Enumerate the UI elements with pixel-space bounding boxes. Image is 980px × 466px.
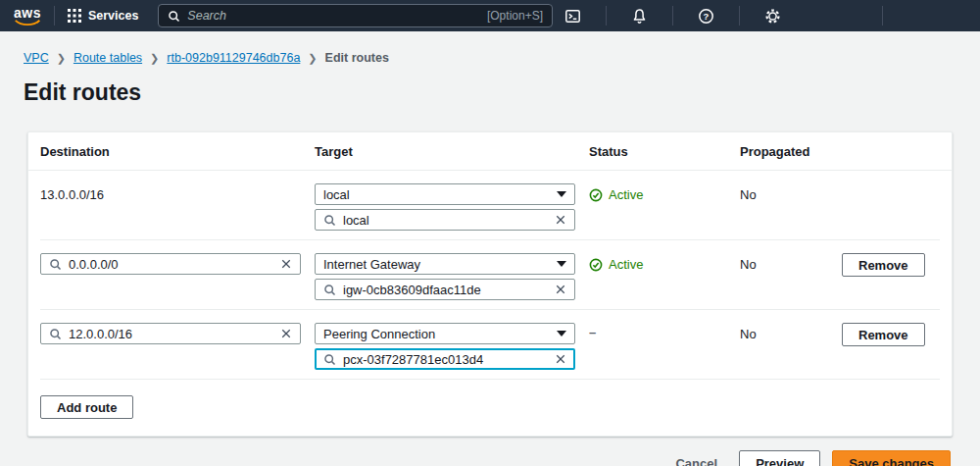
target-value-field[interactable] [315, 209, 575, 231]
remove-route-button[interactable]: Remove [842, 323, 925, 346]
search-icon [323, 353, 336, 366]
propagated-value: No [740, 323, 828, 341]
target-type-selected: Internet Gateway [323, 257, 550, 272]
search-input[interactable] [187, 9, 480, 23]
clear-icon[interactable] [555, 214, 566, 226]
services-menu-button[interactable]: Services [68, 9, 138, 23]
breadcrumb-current: Edit routes [325, 51, 389, 65]
search-icon [323, 214, 336, 227]
chevron-down-icon [557, 331, 566, 337]
save-changes-button[interactable]: Save changes [832, 450, 951, 466]
route-status: – [589, 323, 726, 339]
clear-icon[interactable] [280, 328, 292, 339]
clear-icon[interactable] [555, 353, 566, 365]
edit-routes-card: Destination Target Status Propagated 13.… [27, 131, 953, 437]
search-shortcut-hint: [Option+S] [487, 9, 543, 23]
chevron-right-icon: ❯ [150, 52, 159, 65]
destination-input[interactable] [69, 327, 273, 341]
route-row-local: 13.0.0.0/16 local [40, 171, 940, 240]
aws-logo-text: aws [14, 6, 41, 20]
search-icon [49, 328, 62, 340]
target-value-field[interactable] [315, 279, 575, 300]
target-type-select[interactable]: Internet Gateway [315, 253, 575, 275]
target-value-input[interactable] [343, 283, 548, 297]
topbar-divider [672, 6, 673, 26]
propagated-value: No [740, 253, 828, 272]
target-type-selected: local [323, 187, 550, 202]
target-type-selected: Peering Connection [323, 327, 550, 341]
target-value-input[interactable] [343, 213, 548, 228]
route-status: Active [589, 253, 726, 272]
destination-field[interactable] [40, 253, 301, 275]
cloudshell-icon[interactable] [564, 8, 581, 25]
chevron-down-icon [557, 191, 566, 197]
destination-field[interactable] [40, 323, 301, 344]
topbar-divider [739, 6, 740, 26]
status-active-icon [589, 188, 603, 202]
add-route-button[interactable]: Add route [40, 395, 133, 419]
chevron-right-icon: ❯ [308, 52, 317, 65]
aws-logo[interactable]: aws [14, 6, 41, 26]
chevron-down-icon [557, 261, 566, 267]
breadcrumb-vpc[interactable]: VPC [24, 51, 49, 65]
remove-route-button[interactable]: Remove [842, 253, 925, 277]
column-header-target: Target [315, 144, 575, 159]
global-search[interactable]: [Option+S] [158, 4, 553, 27]
route-status: Active [589, 183, 726, 202]
breadcrumb: VPC ❯ Route tables ❯ rtb-092b91129746db7… [24, 51, 980, 65]
column-header-destination: Destination [40, 144, 301, 159]
topbar-divider [54, 6, 55, 26]
clear-icon[interactable] [280, 258, 292, 270]
preview-button[interactable]: Preview [739, 450, 820, 466]
route-row-pcx: Peering Connection – N [40, 310, 940, 380]
table-header: Destination Target Status Propagated [28, 132, 952, 171]
target-type-select[interactable]: Peering Connection [315, 323, 575, 344]
target-value-field-focused[interactable] [315, 348, 575, 370]
clear-icon[interactable] [555, 284, 566, 295]
destination-input[interactable] [69, 257, 273, 272]
cancel-button[interactable]: Cancel [665, 450, 727, 466]
route-row-igw: Internet Gateway [40, 240, 940, 310]
breadcrumb-route-tables[interactable]: Route tables [74, 51, 142, 65]
help-icon[interactable]: ? [698, 8, 714, 25]
status-active-icon [589, 258, 603, 272]
chevron-right-icon: ❯ [57, 52, 66, 65]
grid-icon [68, 9, 81, 23]
status-label: Active [609, 187, 643, 202]
svg-text:?: ? [704, 10, 710, 21]
destination-value: 13.0.0.0/16 [40, 183, 301, 202]
propagated-value: No [740, 183, 828, 202]
target-type-select[interactable]: local [315, 183, 575, 205]
search-icon [49, 258, 62, 271]
status-label: Active [609, 257, 643, 272]
bell-icon[interactable] [631, 8, 648, 25]
search-icon [323, 284, 336, 296]
target-value-input[interactable] [343, 352, 548, 367]
topbar-right: ? [553, 6, 966, 26]
column-header-propagated: Propagated [740, 144, 828, 159]
add-route-area: Add route [28, 380, 952, 436]
search-icon [168, 10, 180, 23]
gear-icon[interactable] [764, 8, 781, 25]
footer-actions: Cancel Preview Save changes [0, 450, 951, 466]
aws-smile-icon [14, 20, 41, 26]
topbar: aws Services [Option+S] [0, 0, 980, 31]
page-title: Edit routes [24, 79, 980, 106]
topbar-divider [606, 6, 607, 26]
column-header-status: Status [589, 144, 726, 159]
breadcrumb-route-table-id[interactable]: rtb-092b91129746db76a [167, 51, 300, 65]
services-label: Services [88, 9, 138, 23]
topbar-divider [882, 6, 883, 26]
